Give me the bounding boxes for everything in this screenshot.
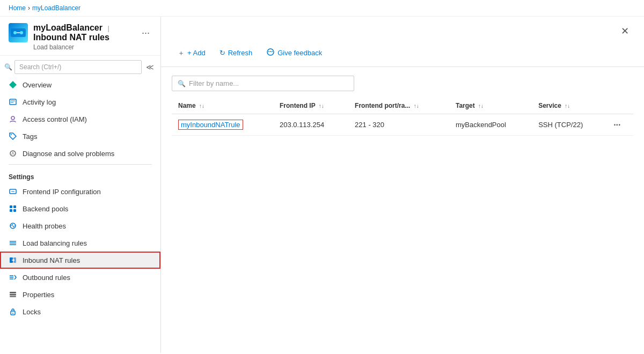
filter-input[interactable] — [189, 79, 348, 87]
table-row: myInboundNATrule 203.0.113.254 221 - 320… — [172, 114, 633, 136]
sidebar-item-activity-log[interactable]: Activity log — [0, 93, 160, 110]
content-area: 🔍 Name ↑↓ Frontend IP ↑↓ — [161, 67, 644, 353]
col-frontend-port[interactable]: Frontend port/ra... ↑↓ — [348, 98, 449, 114]
search-icon: 🔍 — [4, 63, 12, 71]
row-actions-cell: ··· — [607, 114, 633, 136]
breadcrumb-home[interactable]: Home — [9, 4, 26, 12]
settings-section-label: Settings — [0, 167, 160, 183]
sidebar-item-tags[interactable]: Tags — [0, 128, 160, 145]
svg-rect-14 — [13, 205, 16, 208]
col-target[interactable]: Target ↑↓ — [449, 98, 532, 114]
locks-icon — [9, 307, 17, 316]
add-button[interactable]: ＋ + Add — [172, 45, 211, 61]
sidebar-item-health-label: Health probes — [23, 222, 66, 230]
overview-icon — [9, 80, 17, 89]
row-frontend-port-cell: 221 - 320 — [348, 114, 449, 136]
row-service-cell: SSH (TCP/22) — [532, 114, 607, 136]
main-header: ✕ ＋ + Add ↻ Refresh Give feedback — [161, 17, 644, 67]
svg-rect-4 — [10, 99, 16, 105]
resource-icon — [9, 23, 28, 42]
nat-rule-link[interactable]: myInboundNATrule — [178, 120, 243, 130]
sidebar-item-lb-rules-label: Load balancing rules — [23, 239, 87, 247]
sidebar-item-outbound-label: Outbound rules — [23, 274, 70, 282]
add-icon: ＋ — [178, 48, 185, 58]
svg-point-31 — [12, 313, 13, 314]
diagnose-icon — [9, 149, 17, 158]
collapse-button[interactable]: ≪ — [144, 61, 156, 73]
svg-point-35 — [272, 51, 273, 52]
name-sort-icon: ↑↓ — [199, 103, 204, 109]
col-frontend-ip[interactable]: Frontend IP ↑↓ — [273, 98, 348, 114]
inbound-nat-icon — [9, 256, 17, 264]
resource-name: myLoadBalancer — [33, 23, 103, 32]
sidebar-item-inbound-nat[interactable]: Inbound NAT rules — [0, 252, 160, 269]
page-title: Inbound NAT rules — [33, 33, 109, 42]
sidebar-item-locks[interactable]: Locks — [0, 303, 160, 320]
target-sort-icon: ↑↓ — [478, 103, 484, 109]
sidebar-item-frontend-label: Frontend IP configuration — [23, 188, 101, 196]
frontend-port-sort-icon: ↑↓ — [414, 103, 419, 109]
row-actions-button[interactable]: ··· — [613, 120, 620, 129]
main-layout: myLoadBalancer | Inbound NAT rules ··· L… — [0, 17, 644, 353]
svg-point-7 — [11, 116, 14, 120]
ellipsis-button[interactable]: ··· — [140, 27, 152, 39]
svg-rect-28 — [10, 294, 16, 296]
svg-point-8 — [11, 134, 12, 135]
sidebar-item-tags-label: Tags — [23, 132, 37, 141]
svg-point-1 — [13, 31, 17, 34]
properties-icon — [9, 290, 17, 299]
settings-divider — [9, 164, 152, 165]
svg-point-2 — [20, 31, 23, 34]
title-separator: | — [108, 24, 109, 32]
sidebar-item-backend-pools[interactable]: Backend pools — [0, 200, 160, 217]
frontend-ip-sort-icon: ↑↓ — [319, 103, 324, 109]
sidebar: myLoadBalancer | Inbound NAT rules ··· L… — [0, 17, 161, 353]
lb-rules-icon — [9, 239, 17, 247]
sidebar-item-properties-label: Properties — [23, 291, 54, 299]
search-input[interactable] — [14, 60, 142, 74]
row-frontend-ip-cell: 203.0.113.254 — [273, 114, 348, 136]
row-name-cell: myInboundNATrule — [172, 114, 273, 136]
nat-rules-table: Name ↑↓ Frontend IP ↑↓ Frontend port/ra.… — [172, 98, 633, 136]
breadcrumb-resource[interactable]: myLoadBalancer — [32, 4, 80, 12]
close-button[interactable]: ✕ — [617, 23, 633, 39]
svg-rect-15 — [10, 209, 12, 212]
sidebar-item-lb-rules[interactable]: Load balancing rules — [0, 234, 160, 252]
frontend-ip-icon — [9, 187, 17, 196]
resource-name-section: myLoadBalancer | Inbound NAT rules — [33, 23, 134, 42]
svg-rect-13 — [10, 205, 12, 208]
access-control-icon — [9, 115, 17, 123]
load-balancer-icon — [10, 24, 27, 41]
backend-pools-icon — [9, 204, 17, 213]
feedback-button[interactable]: Give feedback — [260, 45, 328, 61]
sidebar-item-overview-label: Overview — [23, 81, 52, 89]
svg-rect-16 — [13, 209, 16, 212]
svg-rect-29 — [10, 296, 16, 297]
svg-point-9 — [10, 151, 16, 156]
resource-subtitle: Load balancer — [33, 43, 152, 51]
refresh-icon: ↻ — [219, 49, 225, 57]
sidebar-item-frontend-ip[interactable]: Frontend IP configuration — [0, 183, 160, 200]
refresh-button[interactable]: ↻ Refresh — [214, 46, 259, 60]
sidebar-item-backend-label: Backend pools — [23, 205, 68, 213]
col-service[interactable]: Service ↑↓ — [532, 98, 607, 114]
svg-rect-27 — [10, 292, 16, 293]
add-label: + Add — [187, 49, 206, 57]
health-probes-icon — [9, 222, 17, 230]
sidebar-item-overview[interactable]: Overview — [0, 76, 160, 93]
row-target-cell: myBackendPool — [449, 114, 532, 136]
sidebar-item-access-control[interactable]: Access control (IAM) — [0, 110, 160, 128]
sidebar-search-bar: 🔍 ≪ — [0, 56, 160, 76]
sidebar-item-diagnose[interactable]: Diagnose and solve problems — [0, 145, 160, 162]
sidebar-item-activity-label: Activity log — [23, 98, 56, 106]
sidebar-item-outbound-rules[interactable]: Outbound rules — [0, 269, 160, 286]
table-body: myInboundNATrule 203.0.113.254 221 - 320… — [172, 114, 633, 136]
outbound-rules-icon — [9, 273, 17, 282]
tags-icon — [9, 132, 17, 141]
refresh-label: Refresh — [228, 49, 253, 57]
col-name[interactable]: Name ↑↓ — [172, 98, 273, 114]
sidebar-item-health-probes[interactable]: Health probes — [0, 217, 160, 234]
filter-bar: 🔍 — [172, 76, 633, 91]
main-content: ✕ ＋ + Add ↻ Refresh Give feedback — [161, 17, 644, 353]
sidebar-item-properties[interactable]: Properties — [0, 286, 160, 303]
